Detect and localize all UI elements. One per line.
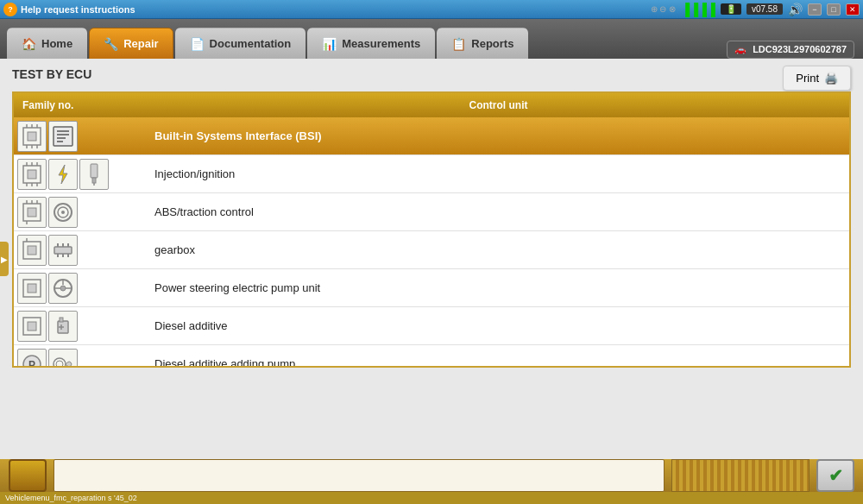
table-row[interactable]: ABS/traction control	[14, 193, 849, 231]
svg-marker-21	[59, 165, 67, 184]
vin-number: LDC923L2970602787	[753, 44, 847, 54]
chevron-right-icon: ▶	[1, 255, 8, 264]
svg-rect-7	[28, 132, 36, 141]
svg-point-58	[54, 358, 66, 369]
car-icon: 🚗	[734, 44, 746, 54]
doc-icon: 📄	[190, 37, 205, 51]
circuit-icon	[20, 162, 44, 186]
svg-point-49	[60, 286, 66, 291]
control-header-label: Control unit	[469, 99, 528, 111]
table-row[interactable]: Power steering electric pump unit	[14, 269, 849, 307]
table-row[interactable]: P Diesel additive adding pump	[14, 345, 849, 368]
table-row[interactable]: gearbox	[14, 231, 849, 269]
ecu-icon-3b	[48, 197, 78, 228]
speaker-icon: 🔊	[788, 3, 803, 16]
ecu-icon-4a	[17, 235, 47, 266]
measure-icon: 📊	[322, 37, 337, 51]
row-4-label: gearbox	[148, 243, 849, 256]
confirm-button[interactable]: ✔	[816, 459, 854, 492]
row-3-label: ABS/traction control	[148, 205, 849, 218]
tab-documentation[interactable]: 📄 Documentation	[175, 28, 306, 59]
tab-home-label: Home	[41, 37, 72, 50]
p-icon: P	[20, 352, 44, 369]
tab-measurements[interactable]: 📊 Measurements	[307, 28, 435, 59]
row-icons	[14, 311, 148, 342]
window-title: Help request instructions	[21, 4, 135, 15]
circuit-icon	[20, 314, 44, 338]
svg-rect-23	[92, 178, 96, 183]
injector-icon	[82, 162, 106, 186]
signal-icon: ▐▐▐▐	[681, 3, 715, 16]
ecu-icon-7a: P	[17, 349, 47, 369]
title-bar: ? Help request instructions ⊕ ⊖ ⊗ ▐▐▐▐ 🔋…	[0, 0, 863, 19]
row-6-label: Diesel additive	[148, 319, 849, 332]
close-button[interactable]: ✕	[846, 3, 860, 16]
status-icons: ⊕ ⊖ ⊗	[651, 4, 677, 14]
circuit-icon	[20, 276, 44, 300]
table-row[interactable]: Diesel additive	[14, 307, 849, 345]
col-family-header: Family no.	[14, 93, 148, 117]
tab-repair-label: Repair	[123, 37, 158, 50]
svg-rect-20	[28, 170, 36, 179]
svg-rect-30	[28, 208, 36, 217]
svg-rect-36	[28, 246, 36, 255]
circuit-icon	[20, 238, 44, 262]
repair-icon: 🔧	[104, 37, 118, 51]
row-5-label: Power steering electric pump unit	[148, 281, 849, 294]
table-header: Family no. Control unit	[14, 93, 849, 117]
nav-bar: 🏠 Home 🔧 Repair 📄 Documentation 📊 Measur…	[0, 19, 863, 59]
nav-right: 🚗 LDC923L2970602787	[727, 41, 863, 59]
ecu-icon-5b	[48, 273, 78, 304]
row-icons	[14, 235, 148, 266]
check-icon: ✔	[828, 465, 843, 486]
ecu-icon-1a	[17, 121, 47, 152]
ecu-icon-6a	[17, 311, 47, 342]
ecu-icon-4b	[48, 235, 78, 266]
print-button[interactable]: Print 🖨️	[783, 66, 851, 91]
circuit-icon	[20, 200, 44, 224]
row-icons	[14, 273, 148, 304]
col-control-header: Control unit	[148, 99, 849, 111]
home-icon: 🏠	[22, 37, 36, 51]
bsi-icon	[51, 124, 75, 148]
row-icons: P	[14, 349, 148, 369]
minimize-button[interactable]: −	[808, 3, 822, 16]
page-title: TEST BY ECU	[12, 67, 851, 81]
circuit-icon	[20, 124, 44, 148]
maximize-button[interactable]: □	[827, 3, 841, 16]
bottom-striped-area	[671, 459, 809, 492]
svg-rect-53	[60, 318, 63, 322]
table-row[interactable]: Built-in Systems Interface (BSI)	[14, 117, 849, 155]
battery-icon: 🔋	[721, 3, 741, 15]
tab-documentation-label: Documentation	[210, 37, 292, 50]
row-icons	[14, 121, 148, 152]
svg-point-59	[56, 361, 63, 368]
bottom-left-button[interactable]	[9, 459, 47, 492]
ecu-icon-3a	[17, 197, 47, 228]
tab-measurements-label: Measurements	[342, 37, 420, 50]
family-header-label: Family no.	[22, 99, 73, 111]
svg-rect-8	[54, 127, 72, 146]
title-bar-left: ? Help request instructions	[3, 3, 135, 16]
sidebar-toggle[interactable]: ▶	[0, 242, 9, 276]
svg-point-33	[61, 211, 65, 214]
svg-rect-37	[54, 247, 72, 254]
vin-badge: 🚗 LDC923L2970602787	[727, 41, 854, 59]
abs-icon	[51, 200, 75, 224]
ecu-icon-2c	[79, 159, 109, 190]
tab-reports[interactable]: 📋 Reports	[437, 28, 528, 59]
ecu-icon-5a	[17, 273, 47, 304]
help-icon: ?	[3, 3, 17, 16]
tab-home[interactable]: 🏠 Home	[7, 28, 87, 59]
gearbox-icon	[51, 238, 75, 262]
svg-rect-51	[28, 322, 36, 331]
table-row[interactable]: Injection/ignition	[14, 155, 849, 193]
printer-icon: 🖨️	[824, 72, 838, 85]
steering-icon	[51, 276, 75, 300]
row-2-label: Injection/ignition	[148, 167, 849, 180]
tab-repair[interactable]: 🔧 Repair	[89, 28, 173, 59]
tab-reports-label: Reports	[471, 37, 513, 50]
fuel-icon	[51, 314, 75, 338]
status-text: Vehiclemenu_fmc_reparation s '45_02	[5, 494, 137, 502]
bottom-text-field[interactable]	[54, 459, 665, 492]
